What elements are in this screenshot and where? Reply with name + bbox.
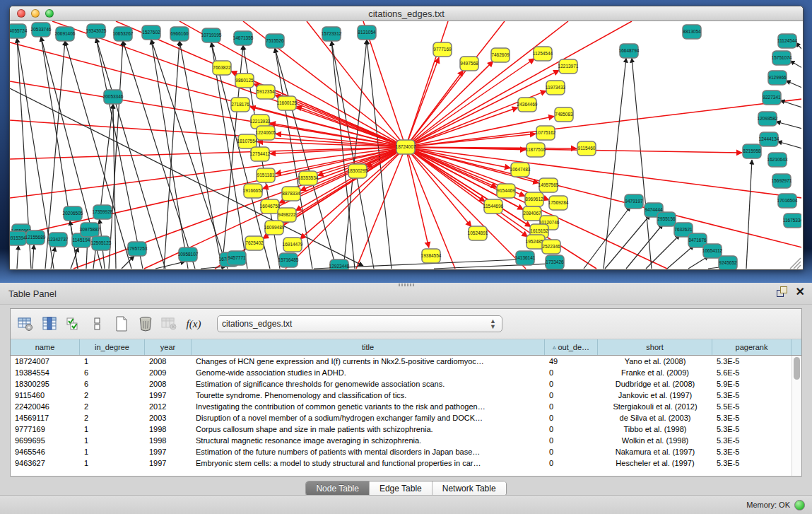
network-node[interactable]: 9498222 — [278, 208, 296, 222]
network-node[interactable]: 17569284 — [548, 196, 569, 210]
close-panel-icon[interactable]: ✕ — [796, 286, 805, 298]
new-table-button[interactable] — [111, 313, 132, 334]
network-node[interactable]: 18300295 — [348, 164, 368, 178]
network-edge[interactable] — [667, 245, 694, 269]
network-edge[interactable] — [406, 21, 632, 147]
network-node[interactable]: 7485083 — [555, 107, 573, 122]
zoom-window-button[interactable] — [45, 9, 54, 18]
network-node[interactable]: 16099489 — [264, 221, 285, 235]
network-node[interactable]: 10524891 — [468, 226, 488, 240]
network-node[interactable]: 12213971 — [558, 59, 579, 74]
network-edge[interactable] — [646, 235, 680, 269]
minimize-window-button[interactable] — [31, 9, 40, 18]
network-node[interactable]: 7462609 — [491, 48, 510, 62]
network-node[interactable]: 3915394 — [10, 231, 26, 245]
network-node[interactable]: 12155689 — [25, 230, 46, 245]
network-node[interactable]: 17957253 — [127, 242, 148, 256]
table-row[interactable]: 946554611997Estimation of the future num… — [11, 446, 792, 457]
table-row[interactable]: 1830029562008Estimation of significance … — [11, 378, 792, 390]
network-node[interactable]: 2935156 — [657, 212, 676, 226]
network-edge[interactable] — [746, 160, 752, 269]
network-edge[interactable] — [155, 262, 185, 269]
memory-status-icon[interactable] — [794, 500, 805, 510]
network-node[interactable]: 11544696 — [483, 199, 504, 214]
network-node[interactable]: 20206505 — [63, 206, 83, 221]
network-node[interactable]: 1733426 — [546, 255, 564, 269]
network-node[interactable]: 14055724 — [10, 24, 28, 38]
table-row[interactable]: 1938455462009Genome-wide association stu… — [11, 367, 792, 378]
table-selector-dropdown[interactable]: citations_edges.txt ▲▼ — [217, 315, 502, 332]
network-node[interactable]: 10958107 — [178, 247, 199, 262]
network-edge[interactable] — [790, 61, 801, 68]
network-edge[interactable] — [96, 38, 143, 269]
network-node[interactable]: 6966160 — [170, 27, 189, 41]
network-edge[interactable] — [786, 81, 801, 88]
tab-network-table[interactable]: Network Table — [433, 481, 506, 496]
network-node[interactable]: 12093582 — [758, 112, 778, 126]
network-node[interactable]: 11675334 — [783, 214, 801, 228]
network-node[interactable]: 24364469 — [517, 98, 538, 112]
network-node[interactable]: 7515526 — [266, 34, 284, 48]
network-edge[interactable] — [605, 215, 650, 269]
column-header-in_degree[interactable]: in_degree — [80, 339, 145, 355]
resize-grip[interactable] — [790, 258, 801, 269]
row-height-button[interactable] — [87, 313, 108, 334]
network-node[interactable]: 5912354 — [257, 85, 275, 99]
network-node[interactable]: 10775162 — [536, 126, 556, 140]
network-edge[interactable] — [406, 147, 541, 218]
network-node[interactable]: 18724007 — [396, 140, 416, 154]
network-node[interactable]: 9227341 — [763, 90, 781, 105]
network-edge[interactable] — [109, 41, 123, 269]
network-node[interactable]: 9245652 — [719, 256, 737, 269]
network-edge[interactable] — [275, 48, 312, 269]
table-row[interactable]: 977716911998Corpus callosum shape and si… — [11, 424, 792, 435]
column-header-title[interactable]: title — [192, 339, 545, 355]
network-node[interactable]: 19343025 — [86, 24, 107, 38]
network-node[interactable]: 14957565 — [539, 178, 559, 192]
column-header-out_de[interactable]: ▵out_de… — [545, 339, 598, 355]
network-node[interactable]: 12342737 — [48, 233, 69, 247]
network-edge[interactable] — [584, 206, 630, 269]
network-edge[interactable] — [406, 61, 493, 147]
network-node[interactable]: 12444134 — [759, 132, 779, 146]
column-header-short[interactable]: short — [598, 339, 712, 355]
network-node[interactable]: 7663822 — [213, 61, 231, 75]
network-node[interactable]: 8878334 — [282, 187, 300, 201]
float-panel-icon[interactable] — [776, 286, 787, 298]
network-node[interactable]: 12505123 — [91, 236, 112, 250]
network-node[interactable]: 15751074 — [772, 51, 792, 65]
network-node[interactable]: 2718176 — [231, 98, 249, 112]
table-scrollbar[interactable] — [792, 356, 801, 476]
network-node[interactable]: 19166652 — [243, 184, 264, 198]
delete-entries-button[interactable] — [135, 313, 156, 334]
network-edge[interactable] — [275, 48, 336, 269]
network-edge[interactable] — [17, 245, 18, 269]
network-node[interactable]: 10653267 — [113, 27, 134, 41]
network-node[interactable]: 8131054 — [358, 25, 376, 40]
network-node[interactable]: 9457771 — [228, 251, 246, 265]
table-row[interactable]: 2242004622012Investigating the contribut… — [11, 401, 792, 412]
network-edge[interactable] — [33, 245, 34, 269]
network-view[interactable]: 1872400718300295193845547663822986012559… — [10, 21, 803, 269]
network-node[interactable]: 1527602 — [142, 25, 160, 40]
network-node[interactable]: 9115460 — [577, 141, 596, 156]
network-node[interactable]: 30975887 — [80, 223, 100, 237]
network-node[interactable]: 17359928 — [93, 205, 113, 219]
network-node[interactable]: 19384554 — [421, 249, 442, 263]
network-node[interactable]: 12923448 — [329, 259, 350, 269]
network-node[interactable]: 12240605 — [256, 126, 276, 140]
network-node[interactable]: 8969612 — [525, 192, 543, 206]
network-edge[interactable] — [10, 147, 406, 198]
network-node[interactable]: 15723312 — [322, 27, 342, 41]
network-node[interactable]: 11600125 — [277, 96, 298, 110]
selection-mode-button[interactable] — [63, 313, 84, 334]
network-node[interactable]: 15692971 — [772, 174, 792, 188]
network-node[interactable]: 9497568 — [460, 57, 478, 71]
network-edge[interactable] — [777, 141, 801, 148]
network-node[interactable]: 11877516 — [526, 143, 546, 157]
apply-function-button[interactable]: f(x) — [183, 313, 204, 334]
network-node[interactable]: 8813054 — [683, 25, 701, 39]
network-node[interactable]: 2522346 — [542, 240, 560, 254]
network-edge[interactable] — [626, 224, 663, 269]
network-node[interactable]: 10719195 — [201, 28, 222, 42]
